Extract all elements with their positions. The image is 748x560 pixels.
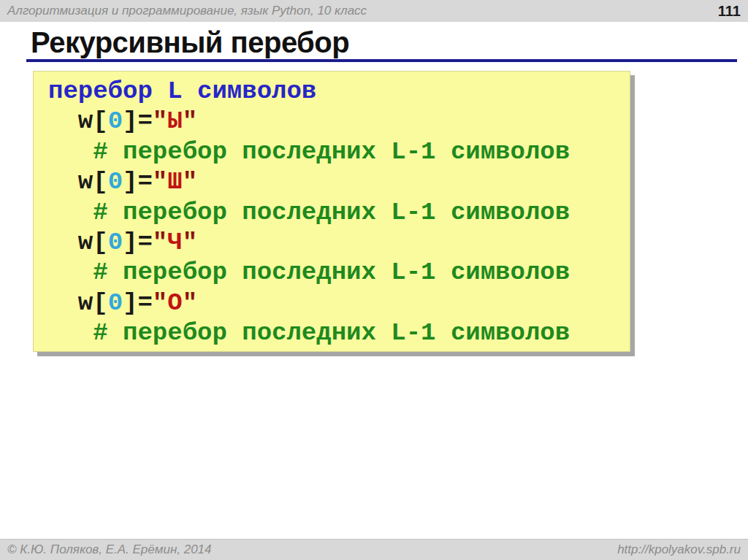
code-line: w[0]="Ч" (48, 228, 630, 258)
code-line: # перебор последних L-1 символов (48, 318, 630, 348)
title-underline (26, 59, 737, 62)
copyright-text: © К.Ю. Поляков, Е.А. Ерёмин, 2014 (7, 542, 212, 557)
code-line: # перебор последних L-1 символов (48, 198, 630, 228)
code-box: перебор L символов w[0]="Ы" # перебор по… (33, 71, 630, 352)
code-line: w[0]="О" (48, 288, 630, 318)
footer-bar: © К.Ю. Поляков, Е.А. Ерёмин, 2014 http:/… (0, 539, 748, 560)
code-line: перебор L символов (48, 77, 630, 107)
page-number: 111 (718, 3, 741, 20)
header-bar: Алгоритмизация и программирование, язык … (0, 0, 748, 22)
code-line: w[0]="Ш" (48, 167, 630, 197)
code-line: w[0]="Ы" (48, 107, 630, 137)
code-line: # перебор последних L-1 символов (48, 137, 630, 167)
course-label: Алгоритмизация и программирование, язык … (7, 4, 367, 18)
slide-title: Рекурсивный перебор (31, 26, 349, 59)
code-line: # перебор последних L-1 символов (48, 258, 630, 288)
website-url: http://kpolyakov.spb.ru (617, 542, 741, 557)
